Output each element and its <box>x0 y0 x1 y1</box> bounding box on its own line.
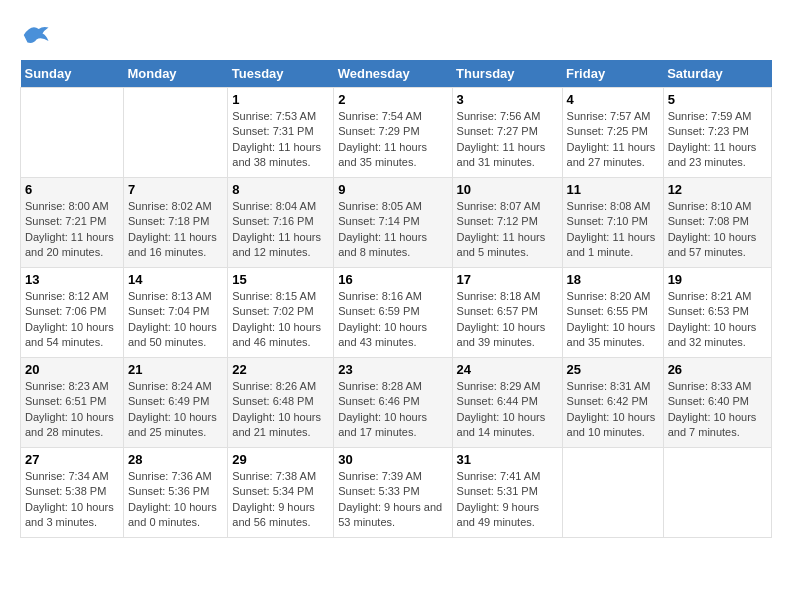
day-info: Sunrise: 7:57 AM Sunset: 7:25 PM Dayligh… <box>567 109 659 171</box>
day-info: Sunrise: 8:13 AM Sunset: 7:04 PM Dayligh… <box>128 289 223 351</box>
day-cell: 3Sunrise: 7:56 AM Sunset: 7:27 PM Daylig… <box>452 88 562 178</box>
calendar-header: SundayMondayTuesdayWednesdayThursdayFrid… <box>21 60 772 88</box>
day-number: 7 <box>128 182 223 197</box>
day-cell: 1Sunrise: 7:53 AM Sunset: 7:31 PM Daylig… <box>228 88 334 178</box>
day-info: Sunrise: 8:12 AM Sunset: 7:06 PM Dayligh… <box>25 289 119 351</box>
day-cell: 26Sunrise: 8:33 AM Sunset: 6:40 PM Dayli… <box>663 358 771 448</box>
day-number: 21 <box>128 362 223 377</box>
day-number: 18 <box>567 272 659 287</box>
header-cell-sunday: Sunday <box>21 60 124 88</box>
day-number: 20 <box>25 362 119 377</box>
day-number: 30 <box>338 452 447 467</box>
day-info: Sunrise: 8:31 AM Sunset: 6:42 PM Dayligh… <box>567 379 659 441</box>
day-info: Sunrise: 8:15 AM Sunset: 7:02 PM Dayligh… <box>232 289 329 351</box>
day-number: 27 <box>25 452 119 467</box>
day-info: Sunrise: 8:18 AM Sunset: 6:57 PM Dayligh… <box>457 289 558 351</box>
day-info: Sunrise: 8:21 AM Sunset: 6:53 PM Dayligh… <box>668 289 767 351</box>
day-number: 9 <box>338 182 447 197</box>
day-number: 14 <box>128 272 223 287</box>
day-cell: 2Sunrise: 7:54 AM Sunset: 7:29 PM Daylig… <box>334 88 452 178</box>
day-number: 28 <box>128 452 223 467</box>
day-cell: 25Sunrise: 8:31 AM Sunset: 6:42 PM Dayli… <box>562 358 663 448</box>
day-info: Sunrise: 8:20 AM Sunset: 6:55 PM Dayligh… <box>567 289 659 351</box>
day-number: 23 <box>338 362 447 377</box>
day-cell: 22Sunrise: 8:26 AM Sunset: 6:48 PM Dayli… <box>228 358 334 448</box>
day-cell: 9Sunrise: 8:05 AM Sunset: 7:14 PM Daylig… <box>334 178 452 268</box>
header-cell-wednesday: Wednesday <box>334 60 452 88</box>
day-info: Sunrise: 7:56 AM Sunset: 7:27 PM Dayligh… <box>457 109 558 171</box>
day-info: Sunrise: 8:05 AM Sunset: 7:14 PM Dayligh… <box>338 199 447 261</box>
header-cell-monday: Monday <box>123 60 227 88</box>
day-number: 12 <box>668 182 767 197</box>
day-cell: 18Sunrise: 8:20 AM Sunset: 6:55 PM Dayli… <box>562 268 663 358</box>
day-number: 5 <box>668 92 767 107</box>
day-info: Sunrise: 8:29 AM Sunset: 6:44 PM Dayligh… <box>457 379 558 441</box>
week-row-0: 1Sunrise: 7:53 AM Sunset: 7:31 PM Daylig… <box>21 88 772 178</box>
header-cell-tuesday: Tuesday <box>228 60 334 88</box>
day-number: 24 <box>457 362 558 377</box>
day-number: 4 <box>567 92 659 107</box>
day-info: Sunrise: 7:41 AM Sunset: 5:31 PM Dayligh… <box>457 469 558 531</box>
day-cell: 15Sunrise: 8:15 AM Sunset: 7:02 PM Dayli… <box>228 268 334 358</box>
week-row-4: 27Sunrise: 7:34 AM Sunset: 5:38 PM Dayli… <box>21 448 772 538</box>
day-info: Sunrise: 8:16 AM Sunset: 6:59 PM Dayligh… <box>338 289 447 351</box>
day-info: Sunrise: 8:24 AM Sunset: 6:49 PM Dayligh… <box>128 379 223 441</box>
day-info: Sunrise: 8:04 AM Sunset: 7:16 PM Dayligh… <box>232 199 329 261</box>
day-info: Sunrise: 8:00 AM Sunset: 7:21 PM Dayligh… <box>25 199 119 261</box>
week-row-1: 6Sunrise: 8:00 AM Sunset: 7:21 PM Daylig… <box>21 178 772 268</box>
day-cell: 10Sunrise: 8:07 AM Sunset: 7:12 PM Dayli… <box>452 178 562 268</box>
calendar-table: SundayMondayTuesdayWednesdayThursdayFrid… <box>20 60 772 538</box>
day-info: Sunrise: 7:34 AM Sunset: 5:38 PM Dayligh… <box>25 469 119 531</box>
day-cell: 4Sunrise: 7:57 AM Sunset: 7:25 PM Daylig… <box>562 88 663 178</box>
day-cell <box>123 88 227 178</box>
day-info: Sunrise: 8:33 AM Sunset: 6:40 PM Dayligh… <box>668 379 767 441</box>
day-number: 10 <box>457 182 558 197</box>
day-number: 8 <box>232 182 329 197</box>
day-cell: 20Sunrise: 8:23 AM Sunset: 6:51 PM Dayli… <box>21 358 124 448</box>
day-number: 3 <box>457 92 558 107</box>
day-number: 22 <box>232 362 329 377</box>
logo <box>20 20 54 50</box>
day-cell: 12Sunrise: 8:10 AM Sunset: 7:08 PM Dayli… <box>663 178 771 268</box>
day-cell: 28Sunrise: 7:36 AM Sunset: 5:36 PM Dayli… <box>123 448 227 538</box>
day-number: 13 <box>25 272 119 287</box>
day-info: Sunrise: 8:07 AM Sunset: 7:12 PM Dayligh… <box>457 199 558 261</box>
header-cell-saturday: Saturday <box>663 60 771 88</box>
day-number: 11 <box>567 182 659 197</box>
day-cell: 6Sunrise: 8:00 AM Sunset: 7:21 PM Daylig… <box>21 178 124 268</box>
day-info: Sunrise: 8:10 AM Sunset: 7:08 PM Dayligh… <box>668 199 767 261</box>
day-number: 16 <box>338 272 447 287</box>
week-row-3: 20Sunrise: 8:23 AM Sunset: 6:51 PM Dayli… <box>21 358 772 448</box>
day-cell: 24Sunrise: 8:29 AM Sunset: 6:44 PM Dayli… <box>452 358 562 448</box>
day-cell: 8Sunrise: 8:04 AM Sunset: 7:16 PM Daylig… <box>228 178 334 268</box>
day-info: Sunrise: 7:39 AM Sunset: 5:33 PM Dayligh… <box>338 469 447 531</box>
day-info: Sunrise: 7:59 AM Sunset: 7:23 PM Dayligh… <box>668 109 767 171</box>
day-info: Sunrise: 8:08 AM Sunset: 7:10 PM Dayligh… <box>567 199 659 261</box>
day-number: 1 <box>232 92 329 107</box>
day-cell: 14Sunrise: 8:13 AM Sunset: 7:04 PM Dayli… <box>123 268 227 358</box>
day-info: Sunrise: 8:23 AM Sunset: 6:51 PM Dayligh… <box>25 379 119 441</box>
day-number: 6 <box>25 182 119 197</box>
day-number: 26 <box>668 362 767 377</box>
day-cell <box>663 448 771 538</box>
day-cell: 17Sunrise: 8:18 AM Sunset: 6:57 PM Dayli… <box>452 268 562 358</box>
day-cell: 30Sunrise: 7:39 AM Sunset: 5:33 PM Dayli… <box>334 448 452 538</box>
day-info: Sunrise: 8:26 AM Sunset: 6:48 PM Dayligh… <box>232 379 329 441</box>
day-cell: 13Sunrise: 8:12 AM Sunset: 7:06 PM Dayli… <box>21 268 124 358</box>
day-cell <box>21 88 124 178</box>
day-cell: 5Sunrise: 7:59 AM Sunset: 7:23 PM Daylig… <box>663 88 771 178</box>
day-cell: 16Sunrise: 8:16 AM Sunset: 6:59 PM Dayli… <box>334 268 452 358</box>
day-number: 19 <box>668 272 767 287</box>
calendar-body: 1Sunrise: 7:53 AM Sunset: 7:31 PM Daylig… <box>21 88 772 538</box>
day-cell: 31Sunrise: 7:41 AM Sunset: 5:31 PM Dayli… <box>452 448 562 538</box>
day-cell: 29Sunrise: 7:38 AM Sunset: 5:34 PM Dayli… <box>228 448 334 538</box>
day-info: Sunrise: 8:02 AM Sunset: 7:18 PM Dayligh… <box>128 199 223 261</box>
logo-icon <box>20 20 50 50</box>
page-header <box>20 20 772 50</box>
header-cell-thursday: Thursday <box>452 60 562 88</box>
day-info: Sunrise: 7:38 AM Sunset: 5:34 PM Dayligh… <box>232 469 329 531</box>
day-number: 31 <box>457 452 558 467</box>
day-number: 29 <box>232 452 329 467</box>
header-cell-friday: Friday <box>562 60 663 88</box>
day-cell: 27Sunrise: 7:34 AM Sunset: 5:38 PM Dayli… <box>21 448 124 538</box>
